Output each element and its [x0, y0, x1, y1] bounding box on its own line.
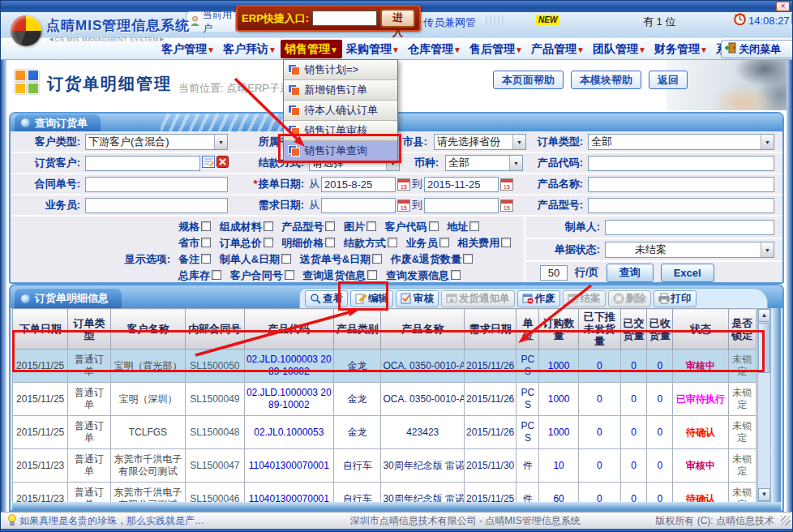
product-name-input[interactable] — [588, 177, 774, 192]
chevron-down-icon[interactable]: ▼ — [761, 242, 774, 257]
menu-item-5[interactable]: 仓库管理▼ — [404, 40, 465, 58]
menu-item-4[interactable]: 采购管理▼ — [342, 40, 404, 58]
checkbox-6[interactable] — [469, 221, 479, 231]
calendar-icon[interactable] — [397, 178, 410, 191]
table-row-1[interactable]: 2015/11/25普通订单宝明（背光部）SL150005002.JLD.100… — [13, 350, 757, 383]
dropdown-item-2[interactable]: 新增销售订单 — [284, 80, 397, 101]
chevron-down-icon[interactable]: ▼ — [509, 156, 522, 170]
header-divider — [486, 15, 504, 26]
table-row-2[interactable]: 2015/11/25普通订单宝明（深圳）SL150004902.JLD.1000… — [13, 383, 757, 416]
accept-date-to-input[interactable] — [424, 177, 499, 192]
customer-type-select[interactable]: 下游客户(含混合)▼ — [85, 134, 228, 150]
pick-customer-icon[interactable] — [202, 156, 215, 170]
edit-icon — [355, 293, 366, 304]
cell: 60 — [539, 483, 578, 503]
checkbox-15[interactable] — [372, 254, 382, 264]
app-logo — [11, 15, 41, 46]
page-help-button[interactable]: 本页面帮助 — [493, 71, 564, 89]
currency-select[interactable]: 全部▼ — [445, 155, 523, 171]
accept-date-from-input[interactable] — [321, 177, 396, 192]
cell: 件 — [517, 483, 539, 503]
order-customer-input[interactable] — [85, 156, 200, 171]
maker-input[interactable] — [605, 220, 774, 235]
menu-item-1[interactable]: 客户管理▼ — [157, 40, 219, 58]
current-user-tab[interactable]: 当前用户 — [186, 11, 236, 32]
menu-item-6[interactable]: 售后管理▼ — [465, 40, 527, 58]
menu-item-9[interactable]: 财务管理▼ — [650, 40, 712, 58]
dropdown-item-4[interactable]: 销售订单审核 — [284, 121, 397, 141]
menu-item-8[interactable]: 团队管理▼ — [589, 40, 650, 58]
checkbox-17[interactable] — [212, 270, 221, 280]
table-scrollbar[interactable]: ▲ ▼ — [757, 308, 771, 502]
page-size-input[interactable] — [540, 265, 568, 281]
table-row-5[interactable]: 2015/11/23普通订单东莞市千洪电子有限公司测试SL15000461104… — [13, 483, 757, 503]
cell: 02.JLD.1000003 2089-10002 — [244, 383, 334, 416]
search-button[interactable]: 查询 — [607, 264, 654, 282]
checkbox-18[interactable] — [285, 270, 294, 280]
chevron-down-icon[interactable]: ▼ — [214, 135, 227, 149]
menu-item-2[interactable]: 客户拜访▼ — [219, 40, 281, 58]
toolbar-button-3[interactable]: 审核 — [396, 290, 439, 307]
cell: 宝明（深圳） — [110, 383, 186, 416]
checkbox-8[interactable] — [264, 238, 273, 247]
back-button[interactable]: 返回 — [649, 71, 688, 89]
audit-icon — [401, 293, 412, 304]
checkbox-5[interactable] — [429, 221, 439, 231]
window-close-icon[interactable]: ✕ — [776, 2, 790, 11]
scroll-down-icon[interactable]: ▼ — [758, 488, 770, 501]
checkbox-11[interactable] — [439, 238, 449, 247]
contract-input[interactable] — [85, 177, 228, 192]
display-option: 规格 — [178, 221, 211, 233]
module-help-button[interactable]: 本模块帮助 — [571, 71, 641, 89]
dropdown-item-1[interactable]: 销售计划=> — [284, 60, 397, 80]
cell: 2015/11/26 — [464, 383, 516, 416]
checkbox-14[interactable] — [281, 254, 291, 264]
chevron-down-icon[interactable]: ▼ — [761, 135, 774, 149]
table-row-4[interactable]: 2015/11/23普通订单东莞市千洪电子有限公司测试SL15000471104… — [13, 449, 757, 483]
demand-date-to-input[interactable] — [424, 198, 499, 213]
salesman-input[interactable] — [85, 198, 228, 213]
toolbar-button-5[interactable]: 作废 — [517, 290, 560, 307]
table-row-3[interactable]: 2015/11/25普通订单TCLFGSSL150004802.JL0.1000… — [13, 416, 757, 449]
toolbar-button-1[interactable]: 查看 — [305, 290, 348, 307]
erp-enter-button[interactable]: 进入 — [380, 9, 415, 28]
dropdown-item-5[interactable]: 销售订单查询 — [284, 141, 397, 161]
cell: 02.JL0.1000053 — [244, 416, 334, 449]
city-select[interactable]: 请先选择省份▼ — [434, 134, 526, 150]
checkbox-10[interactable] — [388, 238, 397, 247]
checkbox-2[interactable] — [264, 221, 273, 231]
menu-item-7[interactable]: 产品管理▼ — [527, 40, 589, 58]
excel-button[interactable]: Excel — [661, 264, 714, 282]
erp-entry-label: ERP快捷入口: — [242, 11, 309, 26]
demand-date-from-input[interactable] — [321, 198, 396, 213]
toolbar-button-8[interactable]: 打印 — [654, 290, 697, 307]
erp-entry-input[interactable] — [312, 11, 377, 26]
order-type-select[interactable]: 全部▼ — [588, 134, 774, 150]
checkbox-9[interactable] — [325, 238, 335, 247]
doc-status-select[interactable]: 未结案▼ — [605, 242, 774, 258]
table-header-row: 下单日期订单类型客户名称内部合同号产品代码产品类别产品名称需求日期单位订购数量已… — [13, 309, 757, 350]
dropdown-item-3[interactable]: 待本人确认订单 — [284, 101, 397, 121]
checkbox-20[interactable] — [451, 270, 461, 280]
clear-customer-icon[interactable] — [216, 156, 229, 170]
checkbox-19[interactable] — [367, 270, 377, 280]
checkbox-1[interactable] — [201, 221, 211, 231]
checkbox-16[interactable] — [463, 254, 473, 264]
chevron-down-icon[interactable]: ▼ — [512, 135, 525, 149]
calendar-icon[interactable] — [397, 200, 410, 212]
calendar-icon[interactable] — [500, 178, 513, 191]
checkbox-3[interactable] — [325, 221, 335, 231]
calendar-icon[interactable] — [500, 200, 513, 212]
checkbox-13[interactable] — [201, 254, 211, 264]
scrollbar-thumb[interactable] — [758, 323, 770, 373]
product-code-input[interactable] — [588, 156, 774, 171]
checkbox-7[interactable] — [201, 238, 211, 247]
scroll-up-icon[interactable]: ▲ — [758, 309, 770, 322]
checkbox-4[interactable] — [366, 221, 376, 231]
resize-grip[interactable] — [781, 516, 791, 526]
menu-item-3[interactable]: 销售管理▼ — [281, 40, 342, 58]
toolbar-button-2[interactable]: 编辑 — [350, 290, 393, 307]
checkbox-12[interactable] — [501, 238, 511, 247]
close-menu-button[interactable]: 关闭菜单 — [721, 40, 793, 58]
product-model-input[interactable] — [588, 198, 774, 213]
